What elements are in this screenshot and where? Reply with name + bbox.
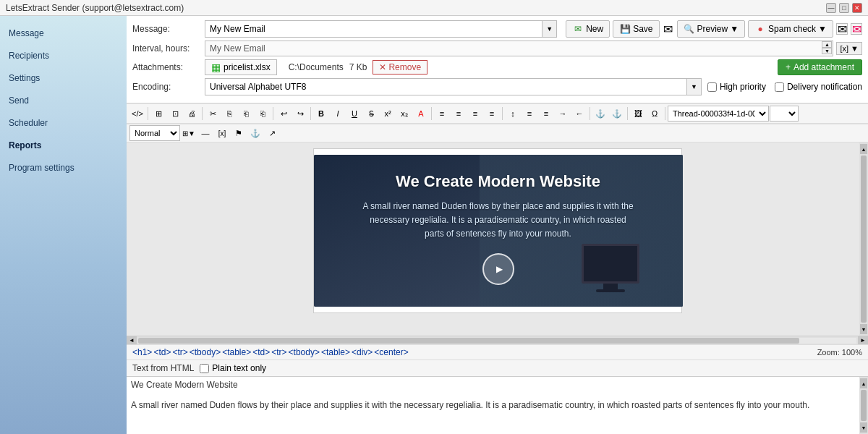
sidebar-item-scheduler[interactable]: Scheduler [0,111,127,134]
preview-button[interactable]: 🔍 Preview ▼ [677,20,746,38]
align-right-button[interactable]: ≡ [467,106,483,122]
delivery-notification-checkbox[interactable]: Delivery notification [775,82,862,92]
breadcrumb-td2[interactable]: <td> [252,347,270,357]
special-chars-button[interactable]: Ω [647,106,663,122]
hscroll-left-button[interactable]: ◄ [127,336,137,345]
color-picker-select[interactable] [770,106,799,122]
save-icon: 💾 [619,23,631,35]
sidebar-item-program-settings[interactable]: Program settings [0,156,127,179]
strikethrough-button[interactable]: S̶ [363,106,379,122]
new-button[interactable]: ✉ New [566,20,610,38]
hscroll-right-button[interactable]: ► [858,336,868,345]
superscript-button[interactable]: x² [380,106,396,122]
list-ol-button[interactable]: ≡ [538,106,554,122]
redo-button[interactable]: ↪ [292,106,308,122]
justify-button[interactable]: ≡ [484,106,500,122]
send-icon-2[interactable]: ✉ [851,23,862,35]
scroll-up-button[interactable]: ▲ [860,144,867,154]
spam-check-button[interactable]: ● Spam check ▼ [748,20,833,38]
breadcrumb-tr1[interactable]: <tr> [172,347,187,357]
plain-text-only-input[interactable] [200,364,209,373]
sidebar-item-message[interactable]: Message [0,22,127,44]
interval-input[interactable] [205,41,833,56]
indent-button[interactable]: → [555,106,571,122]
save-button[interactable]: 💾 Save [613,20,659,38]
close-button[interactable]: ✕ [852,3,862,13]
templates-button[interactable]: ⊞ [150,106,166,122]
breadcrumb-table1[interactable]: <table> [222,347,251,357]
image-button[interactable]: 🖼 [630,106,646,122]
plain-text-only-checkbox[interactable]: Plain text only [200,363,266,373]
bold-button[interactable]: B [313,106,329,122]
undo-button[interactable]: ↩ [276,106,292,122]
outdent-button[interactable]: ← [571,106,587,122]
minimize-button[interactable]: — [826,3,836,13]
format-select[interactable]: Normal [129,125,180,141]
sidebar-item-recipients[interactable]: Recipients [0,44,127,67]
table-button[interactable]: ⊞▼ [181,125,197,141]
anchor-button[interactable]: ⚓ [247,125,263,141]
maximize-button[interactable]: □ [839,3,849,13]
remove-icon: ✕ [379,62,386,72]
line-height-button[interactable]: ↕ [505,106,521,122]
delivery-notification-input[interactable] [775,82,784,92]
copy-button[interactable]: ⎘ [221,106,237,122]
vertical-scrollbar[interactable]: ▲ ▼ [859,142,868,336]
remove-button[interactable]: ✕ Remove [373,60,427,75]
preview-tool-button[interactable]: ⊡ [167,106,183,122]
italic-button[interactable]: I [330,106,346,122]
unlink-button[interactable]: ⚓ [609,106,625,122]
subscript-button[interactable]: x₂ [396,106,412,122]
underline-button[interactable]: U [346,106,362,122]
high-priority-input[interactable] [707,82,717,92]
send-icon-1[interactable]: ✉ [836,23,848,35]
text-area-scrollbar[interactable]: ▲ ▼ [859,377,868,434]
message-dropdown-button[interactable]: ▼ [542,20,557,38]
sidebar-item-reports[interactable]: Reports [0,134,127,156]
add-attachment-button[interactable]: + Add attachment [778,59,862,75]
hscrollbar-thumb[interactable] [138,338,799,344]
flag-button[interactable]: ⚑ [231,125,247,141]
interval-bracket-btn[interactable]: [x] ▼ [836,42,862,55]
align-center-button[interactable]: ≡ [451,106,467,122]
breadcrumb-tbody1[interactable]: <tbody> [190,347,221,357]
interval-up-button[interactable]: ▲ [822,41,832,48]
breadcrumb-td1[interactable]: <td> [153,347,171,357]
sidebar-item-send[interactable]: Send [0,89,127,111]
horizontal-scrollbar[interactable]: ◄ ► [127,336,868,344]
breadcrumb-tbody2[interactable]: <tbody> [289,347,320,357]
scroll-down-button[interactable]: ▼ [860,324,867,334]
hr-button[interactable]: — [197,125,213,141]
breadcrumb-center[interactable]: <center> [374,347,408,357]
text-scroll-thumb[interactable] [861,390,867,421]
message-input[interactable] [205,20,542,38]
editor-canvas[interactable]: ▲ ▼ [127,142,868,336]
play-button[interactable]: ▶ [482,253,514,285]
plain-text-area[interactable]: We Create Modern Website A small river n… [127,377,858,434]
scroll-thumb[interactable] [861,156,867,323]
thread-select[interactable]: Thread-000033f4-1d-00 [668,106,769,122]
toolbar-sep-5 [431,107,432,120]
encoding-dropdown-button[interactable]: ▼ [687,78,702,95]
align-left-button[interactable]: ≡ [434,106,450,122]
paste-plain-button[interactable]: ⎗ [255,106,271,122]
list-ul-button[interactable]: ≡ [522,106,537,122]
breadcrumb-h1[interactable]: <h1> [132,347,152,357]
breadcrumb-table2[interactable]: <table> [321,347,350,357]
cut-button[interactable]: ✂ [205,106,221,122]
print-button[interactable]: 🖨 [184,106,200,122]
breadcrumb-tr2[interactable]: <tr> [271,347,286,357]
text-scroll-up[interactable]: ▲ [860,378,867,388]
high-priority-checkbox[interactable]: High priority [707,82,766,92]
font-color-button[interactable]: A [413,106,429,122]
encoding-input[interactable] [205,78,687,95]
html-source-button[interactable]: </> [129,106,145,122]
link-button[interactable]: ⚓ [592,106,608,122]
breadcrumb-div[interactable]: <div> [352,347,373,357]
variable-button[interactable]: [x] [214,125,230,141]
paste-button[interactable]: ⎗ [238,106,254,122]
text-scroll-down[interactable]: ▼ [860,422,867,433]
interval-down-button[interactable]: ▼ [822,48,832,54]
external-link-button[interactable]: ↗ [264,125,280,141]
sidebar-item-settings[interactable]: Settings [0,67,127,89]
